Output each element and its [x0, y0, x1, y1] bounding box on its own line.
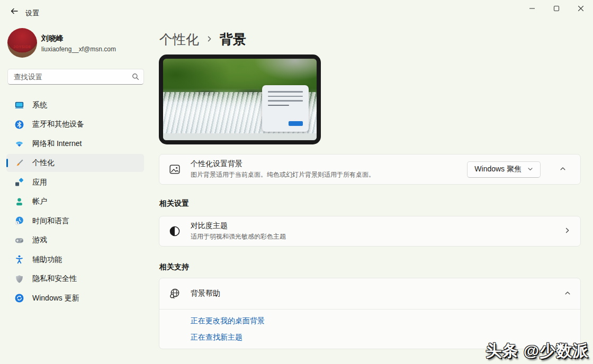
- search-icon: [132, 73, 139, 83]
- breadcrumb-parent[interactable]: 个性化: [159, 31, 199, 48]
- image-icon: [169, 163, 181, 175]
- sidebar-item-network[interactable]: 网络和 Internet: [6, 135, 144, 153]
- chevron-up-icon: [564, 289, 571, 298]
- close-icon: [578, 4, 584, 14]
- user-name: 刘晓峰: [41, 34, 64, 43]
- sidebar-item-label: 辅助功能: [32, 255, 62, 265]
- chevron-right-icon: [564, 226, 571, 236]
- search-box: [7, 69, 144, 85]
- accounts-icon: [15, 197, 24, 206]
- sidebar-item-accounts[interactable]: 帐户: [6, 193, 144, 211]
- close-button[interactable]: [569, 0, 593, 18]
- chevron-down-icon: [527, 165, 533, 174]
- help-links: 正在更改我的桌面背景 正在查找新主题: [159, 310, 580, 342]
- back-arrow-icon: [10, 7, 19, 17]
- breadcrumb-separator-icon: [206, 35, 213, 44]
- back-button[interactable]: [5, 4, 23, 21]
- windows-update-icon: [15, 294, 24, 303]
- breadcrumb: 个性化 背景: [159, 31, 246, 48]
- help-link-change-background[interactable]: 正在更改我的桌面背景: [191, 316, 265, 326]
- sidebar-item-bluetooth[interactable]: 蓝牙和其他设备: [6, 115, 144, 133]
- sidebar-item-label: 游戏: [32, 235, 47, 245]
- gaming-icon: [15, 236, 24, 245]
- sidebar-item-personalization[interactable]: 个性化: [6, 154, 144, 172]
- preview-wallpaper: [163, 59, 317, 140]
- contrast-icon: [169, 225, 181, 237]
- sidebar: JOYSIDE 刘晓峰 liuxiaofeng__xf@msn.com 系统 蓝…: [0, 25, 154, 364]
- related-settings-header: 相关设置: [159, 199, 189, 208]
- sidebar-item-gaming[interactable]: 游戏: [6, 231, 144, 249]
- personalize-background-card: 个性化设置背景 图片背景适用于当前桌面。纯色或幻灯片背景则适用于所有桌面。 Wi…: [159, 154, 581, 185]
- sidebar-item-label: 蓝牙和其他设备: [32, 120, 84, 129]
- app-title: 设置: [25, 8, 39, 18]
- privacy-security-icon: [15, 275, 24, 284]
- contrast-card-description: 适用于弱视和强光敏感的彩色主题: [191, 232, 286, 241]
- avatar[interactable]: JOYSIDE: [7, 28, 37, 58]
- minimize-button[interactable]: [520, 0, 544, 18]
- sidebar-item-label: 个性化: [32, 158, 55, 168]
- sidebar-item-privacy-security[interactable]: 隐私和安全性: [6, 270, 144, 288]
- contrast-card-title: 对比度主题: [191, 221, 286, 231]
- background-help-card: 背景帮助 正在更改我的桌面背景 正在查找新主题: [159, 278, 581, 349]
- accessibility-icon: [15, 255, 24, 264]
- preview-taskbar: [163, 133, 317, 140]
- watermark: 头条 @少数派: [486, 340, 589, 362]
- personalization-icon: [15, 159, 24, 168]
- help-expander-header[interactable]: 背景帮助: [159, 278, 580, 309]
- related-support-header: 相关支持: [159, 262, 189, 272]
- sidebar-item-label: 帐户: [32, 197, 47, 206]
- avatar-text: JOYSIDE: [13, 45, 31, 49]
- sidebar-item-label: 隐私和安全性: [32, 274, 77, 284]
- sidebar-item-label: Windows 更新: [32, 294, 79, 303]
- system-icon: [15, 101, 24, 110]
- sidebar-item-apps[interactable]: 应用: [6, 174, 144, 192]
- apps-icon: [15, 178, 24, 187]
- desktop-background-preview: [159, 54, 321, 144]
- page-title: 背景: [220, 31, 246, 48]
- dropdown-value: Windows 聚焦: [474, 165, 522, 174]
- sidebar-item-system[interactable]: 系统: [6, 96, 144, 114]
- bluetooth-icon: [15, 120, 24, 129]
- help-link-find-themes[interactable]: 正在查找新主题: [191, 333, 242, 342]
- network-icon: [15, 139, 24, 148]
- help-card-title: 背景帮助: [191, 289, 220, 298]
- maximize-button[interactable]: [544, 0, 569, 18]
- sidebar-nav: 系统 蓝牙和其他设备 网络和 Internet 个性化 应用 帐户: [0, 95, 154, 307]
- titlebar: 设置: [0, 0, 593, 25]
- spotlight-info-card: [262, 85, 309, 132]
- settings-window: 设置 JOYSIDE 刘晓峰 liuxiaofeng__xf@msn.com: [0, 0, 593, 364]
- background-type-dropdown[interactable]: Windows 聚焦: [467, 161, 541, 178]
- contrast-themes-card[interactable]: 对比度主题 适用于弱视和强光敏感的彩色主题: [159, 216, 581, 247]
- globe-search-icon: [169, 288, 181, 299]
- sidebar-item-label: 系统: [32, 101, 47, 110]
- selected-accent-bar: [6, 159, 8, 167]
- spotlight-button: [289, 121, 303, 126]
- sidebar-item-windows-update[interactable]: Windows 更新: [6, 289, 144, 307]
- background-card-title: 个性化设置背景: [191, 159, 375, 169]
- sidebar-item-label: 网络和 Internet: [32, 139, 82, 149]
- sidebar-item-accessibility[interactable]: 辅助功能: [6, 251, 144, 269]
- user-email: liuxiaofeng__xf@msn.com: [41, 46, 116, 53]
- window-controls: [520, 0, 593, 18]
- main-content: 个性化 背景: [159, 25, 593, 364]
- sidebar-item-label: 应用: [32, 178, 47, 187]
- minimize-icon: [529, 4, 535, 14]
- chevron-up-icon: [560, 165, 566, 174]
- sidebar-item-label: 时间和语言: [32, 216, 69, 226]
- search-input[interactable]: [7, 69, 144, 85]
- time-language-icon: [15, 216, 24, 225]
- maximize-icon: [553, 4, 560, 14]
- background-card-description: 图片背景适用于当前桌面。纯色或幻灯片背景则适用于所有桌面。: [191, 170, 375, 179]
- collapse-expander-button[interactable]: [555, 161, 571, 177]
- sidebar-item-time-language[interactable]: 时间和语言: [6, 212, 144, 230]
